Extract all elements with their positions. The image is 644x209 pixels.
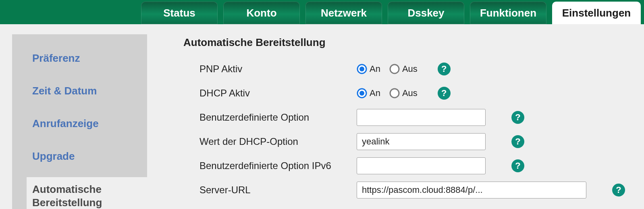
radio-unchecked-icon (389, 88, 400, 98)
svg-point-5 (390, 89, 399, 98)
radio-label: Aus (402, 88, 418, 98)
input-dhcp-value[interactable] (357, 133, 486, 150)
tab-dsskey[interactable]: Dsskey (388, 2, 464, 24)
radio-dhcp-an[interactable]: An (357, 88, 380, 98)
help-icon[interactable]: ? (438, 87, 451, 100)
radio-label: Aus (402, 64, 418, 74)
sidebar-item-anrufanzeige[interactable]: Anrufanzeige (12, 112, 147, 136)
radio-unchecked-icon (389, 64, 400, 74)
radio-label: An (370, 64, 380, 74)
tab-label: Netzwerk (321, 7, 367, 19)
sidebar-item-label: Automatische (32, 183, 102, 195)
sidebar-item-upgrade[interactable]: Upgrade (12, 144, 147, 168)
label-pnp-aktiv: PNP Aktiv (183, 63, 357, 75)
row-custom-option: Benutzerdefinierte Option ? (183, 105, 644, 130)
tab-label: Status (163, 7, 195, 19)
row-custom-option-ipv6: Benutzerdefinierte Option IPv6 ? (183, 154, 644, 178)
svg-point-4 (359, 91, 364, 96)
sidebar-item-label: Upgrade (32, 150, 75, 162)
sidebar-item-label: Zeit & Datum (32, 85, 97, 97)
label-server-url: Server-URL (183, 184, 357, 196)
sidebar-item-zeit-datum[interactable]: Zeit & Datum (12, 79, 147, 103)
sidebar-item-label: Präferenz (32, 52, 80, 64)
sidebar-item-label: Bereitstellung (32, 196, 102, 209)
tab-konto[interactable]: Konto (223, 2, 300, 24)
input-server-url[interactable] (357, 182, 586, 199)
help-icon[interactable]: ? (438, 63, 451, 75)
section-title: Automatische Bereitstellung (183, 36, 644, 49)
help-icon[interactable]: ? (511, 135, 524, 148)
svg-point-2 (390, 65, 399, 73)
help-icon[interactable]: ? (511, 111, 524, 124)
input-custom-option[interactable] (357, 109, 486, 126)
sidebar-item-praeferenz[interactable]: Präferenz (12, 46, 147, 70)
settings-content: Automatische Bereitstellung PNP Aktiv An… (147, 24, 644, 209)
radio-pnp-an[interactable]: An (357, 64, 380, 74)
radio-dhcp-aus[interactable]: Aus (389, 88, 418, 98)
radio-checked-icon (357, 88, 367, 98)
label-dhcp-value: Wert der DHCP-Option (183, 136, 357, 147)
sidebar-item-label: Anrufanzeige (32, 117, 99, 130)
radio-pnp-aus[interactable]: Aus (389, 64, 418, 74)
help-icon[interactable]: ? (511, 159, 524, 172)
top-tabs: Status Konto Netzwerk Dsskey Funktionen … (0, 0, 644, 24)
row-dhcp-value: Wert der DHCP-Option ? (183, 130, 644, 154)
tab-status[interactable]: Status (141, 2, 218, 24)
tab-label: Einstellungen (562, 7, 631, 19)
radio-checked-icon (357, 64, 367, 74)
svg-point-1 (359, 67, 364, 71)
row-pnp-aktiv: PNP Aktiv An Aus ? (183, 57, 644, 81)
row-server-url: Server-URL ? (183, 178, 644, 202)
help-icon[interactable]: ? (612, 184, 625, 196)
tab-label: Dsskey (407, 7, 444, 19)
sidebar-item-auto-provisioning[interactable]: Automatische Bereitstellung (27, 177, 147, 209)
label-custom-option: Benutzerdefinierte Option (183, 112, 357, 123)
tab-label: Funktionen (480, 7, 536, 19)
tab-netzwerk[interactable]: Netzwerk (305, 2, 382, 24)
label-dhcp-aktiv: DHCP Aktiv (183, 88, 357, 99)
settings-sidebar: Präferenz Zeit & Datum Anrufanzeige Upgr… (12, 34, 147, 209)
tab-label: Konto (246, 7, 276, 19)
tab-einstellungen[interactable]: Einstellungen (552, 2, 641, 24)
radio-label: An (370, 88, 380, 98)
row-dhcp-aktiv: DHCP Aktiv An Aus ? (183, 81, 644, 105)
tab-funktionen[interactable]: Funktionen (470, 2, 546, 24)
label-custom-option-ipv6: Benutzerdefinierte Option IPv6 (183, 160, 357, 171)
input-custom-option-ipv6[interactable] (357, 157, 486, 174)
